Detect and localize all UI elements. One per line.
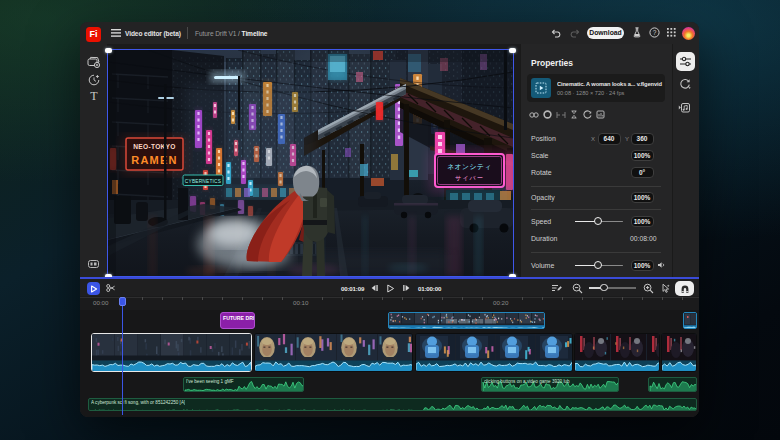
svg-text:RAMEN: RAMEN [131,154,177,166]
svg-text:?: ? [653,29,657,36]
svg-text:サイバー: サイバー [455,175,483,181]
svg-text:NEO-TOKYO: NEO-TOKYO [133,143,176,150]
svg-text:ネオンシティ: ネオンシティ [447,163,492,171]
svg-text:CYBERNETICS: CYBERNETICS [184,179,220,184]
